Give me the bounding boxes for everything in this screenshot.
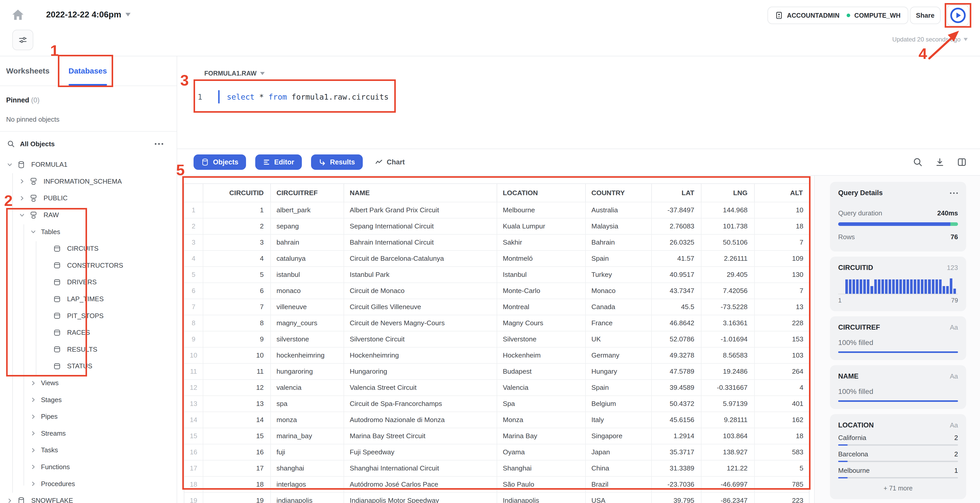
- histogram-bar: [889, 279, 891, 294]
- table-cell: shanghai: [271, 460, 344, 476]
- updated-status[interactable]: Updated 20 seconds ago: [892, 36, 968, 43]
- table-row[interactable]: 88magny_coursCircuit de Nevers Magny-Cou…: [185, 315, 809, 331]
- tab-databases[interactable]: Databases: [68, 56, 107, 86]
- histogram-bar: [849, 279, 851, 294]
- tree-item-status[interactable]: STATUS: [0, 358, 177, 375]
- column-header-name[interactable]: NAME: [344, 184, 497, 202]
- table-cell: Spain: [586, 380, 652, 395]
- table-row[interactable]: 22sepangSepang International CircuitKual…: [185, 218, 809, 234]
- table-row[interactable]: 1111hungaroringHungaroringBudapestHungar…: [185, 363, 809, 379]
- column-header-lng[interactable]: LNG: [702, 184, 755, 202]
- table-row[interactable]: 1818interlagosAutódromo José Carlos Pace…: [185, 476, 809, 492]
- filter-button[interactable]: [12, 30, 33, 50]
- tree-item-public[interactable]: PUBLIC: [0, 190, 177, 207]
- tree-item-streams[interactable]: Streams: [0, 425, 177, 442]
- column-header-index[interactable]: [185, 184, 203, 202]
- more-menu-icon[interactable]: [950, 192, 958, 194]
- table-cell: magny_cours: [271, 315, 344, 331]
- tree-item-views[interactable]: Views: [0, 375, 177, 392]
- home-icon[interactable]: [11, 8, 25, 22]
- histogram-bar: [950, 279, 952, 294]
- tree-item-pipes[interactable]: Pipes: [0, 408, 177, 425]
- table-row[interactable]: 1515marina_bayMarina Bay Street CircuitM…: [185, 428, 809, 444]
- table-cell: 43.7347: [652, 283, 702, 299]
- table-row[interactable]: 66monacoCircuit de MonacoMonte-CarloMona…: [185, 282, 809, 299]
- tree-item-constructors[interactable]: CONSTRUCTORS: [0, 257, 177, 274]
- chevron-right-icon[interactable]: [30, 397, 37, 402]
- tree-item-snowflake[interactable]: SNOWFLAKE: [0, 492, 177, 503]
- context-selector[interactable]: ACCOUNTADMIN COMPUTE_WH: [767, 7, 908, 24]
- table-row[interactable]: 1717shanghaiShanghai International Circu…: [185, 460, 809, 476]
- editor-context-selector[interactable]: FORMULA1.RAW: [204, 70, 265, 77]
- table-row[interactable]: 1414monzaAutodromo Nazionale di MonzaMon…: [185, 412, 809, 428]
- tree-item-procedures[interactable]: Procedures: [0, 475, 177, 492]
- table-row[interactable]: 1010hockenheimringHockenheimringHockenhe…: [185, 347, 809, 363]
- view-button-chart[interactable]: Chart: [372, 154, 408, 170]
- tree-item-tasks[interactable]: Tasks: [0, 442, 177, 459]
- table-row[interactable]: 55istanbulIstanbul ParkIstanbulTurkey40.…: [185, 266, 809, 282]
- tree-item-results[interactable]: RESULTS: [0, 341, 177, 358]
- chevron-right-icon[interactable]: [18, 196, 25, 201]
- chevron-right-icon[interactable]: [30, 414, 37, 419]
- chevron-down-icon[interactable]: [30, 229, 37, 234]
- column-type-badge: Aa: [950, 372, 958, 380]
- tree-item-lap_times[interactable]: LAP_TIMES: [0, 291, 177, 307]
- split-columns-icon[interactable]: [957, 157, 967, 167]
- download-icon[interactable]: [935, 157, 945, 167]
- tree-item-label: Pipes: [41, 412, 57, 420]
- tree-item-races[interactable]: RACES: [0, 324, 177, 341]
- table-row[interactable]: 11albert_parkAlbert Park Grand Prix Circ…: [185, 202, 809, 218]
- object-search[interactable]: All Objects: [0, 132, 177, 156]
- tree-item-information_schema[interactable]: INFORMATION_SCHEMA: [0, 173, 177, 190]
- chevron-down-icon[interactable]: [6, 162, 13, 167]
- worksheet-title[interactable]: 2022-12-22 4:06pm: [46, 10, 130, 19]
- table-cell: Spa: [497, 396, 586, 412]
- chevron-right-icon[interactable]: [30, 481, 37, 486]
- column-header-circuitid[interactable]: CIRCUITID: [203, 184, 271, 202]
- chevron-right-icon[interactable]: [18, 179, 25, 184]
- table-cell: 29.405: [702, 267, 755, 282]
- histogram-bar: [917, 279, 920, 294]
- tree-item-raw[interactable]: RAW: [0, 207, 177, 224]
- table-cell: 7.42056: [702, 283, 755, 299]
- view-button-objects[interactable]: Objects: [194, 154, 246, 170]
- table-row[interactable]: 1616fujiFuji SpeedwayOyamaJapan35.371713…: [185, 444, 809, 460]
- column-header-lat[interactable]: LAT: [652, 184, 702, 202]
- tree-item-formula1[interactable]: FORMULA1: [0, 156, 177, 173]
- share-button[interactable]: Share: [910, 7, 940, 24]
- view-button-editor[interactable]: Editor: [255, 154, 302, 170]
- table-cell: Indianapolis: [497, 493, 586, 503]
- duration-bar-green: [950, 222, 958, 226]
- chevron-right-icon[interactable]: [30, 380, 37, 386]
- table-cell: Monaco: [586, 283, 652, 299]
- table-row[interactable]: 99silverstoneSilverstone CircuitSilverst…: [185, 331, 809, 347]
- chevron-right-icon[interactable]: [30, 448, 37, 453]
- table-row[interactable]: 77villeneuveCircuit Gilles VilleneuveMon…: [185, 299, 809, 315]
- tree-item-circuits[interactable]: CIRCUITS: [0, 240, 177, 257]
- view-button-results[interactable]: Results: [311, 154, 363, 170]
- tree-item-stages[interactable]: Stages: [0, 392, 177, 408]
- chevron-down-icon[interactable]: [18, 213, 25, 218]
- column-header-circuitref[interactable]: CIRCUITREF: [271, 184, 344, 202]
- table-row[interactable]: 1919indianapolisIndianapolis Motor Speed…: [185, 492, 809, 503]
- chevron-right-icon[interactable]: [30, 464, 37, 470]
- tree-item-drivers[interactable]: DRIVERS: [0, 274, 177, 291]
- run-button[interactable]: [947, 5, 969, 26]
- table-row[interactable]: 33bahrainBahrain International CircuitSa…: [185, 234, 809, 250]
- table-row[interactable]: 44catalunyaCircuit de Barcelona-Cataluny…: [185, 250, 809, 266]
- column-header-alt[interactable]: ALT: [755, 184, 810, 202]
- sql-line[interactable]: 1 select * from formula1.raw.circuits: [177, 88, 980, 105]
- show-more-values-link[interactable]: + 71 more: [838, 485, 958, 492]
- table-row[interactable]: 1212valenciaValencia Street CircuitValen…: [185, 379, 809, 395]
- tree-item-tables[interactable]: Tables: [0, 223, 177, 240]
- column-header-country[interactable]: COUNTRY: [586, 184, 652, 202]
- tree-item-functions[interactable]: Functions: [0, 459, 177, 476]
- search-icon[interactable]: [913, 157, 923, 167]
- tree-item-pit_stops[interactable]: PIT_STOPS: [0, 307, 177, 324]
- more-menu-icon[interactable]: [154, 143, 163, 145]
- column-header-location[interactable]: LOCATION: [497, 184, 586, 202]
- chevron-right-icon[interactable]: [30, 431, 37, 436]
- chevron-right-icon[interactable]: [6, 498, 13, 503]
- tab-worksheets[interactable]: Worksheets: [6, 56, 50, 86]
- table-row[interactable]: 1313spaCircuit de Spa-FrancorchampsSpaBe…: [185, 395, 809, 412]
